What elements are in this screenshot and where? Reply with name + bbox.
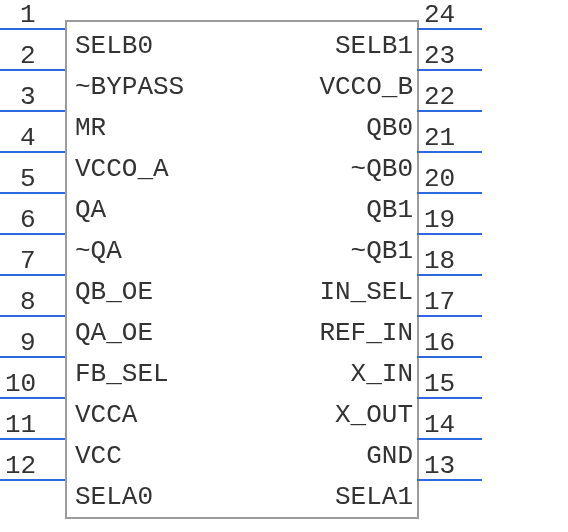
- pin-label: ~QB1: [351, 236, 413, 266]
- pin-number: 13: [424, 451, 455, 481]
- pin-number: 7: [20, 246, 36, 276]
- pin-label: QB1: [366, 195, 413, 225]
- pin-number: 6: [20, 205, 36, 235]
- pin-number: 24: [424, 0, 455, 30]
- pin-number: 8: [20, 287, 36, 317]
- pin-number: 15: [424, 369, 455, 399]
- pin-label: QB_OE: [75, 277, 153, 307]
- pin-label: QA: [75, 195, 106, 225]
- pin-label: GND: [366, 441, 413, 471]
- pin-label: IN_SEL: [319, 277, 413, 307]
- pin-number: 16: [424, 328, 455, 358]
- pin-label: QB0: [366, 113, 413, 143]
- pin-label: VCC: [75, 441, 122, 471]
- pin-label: MR: [75, 113, 106, 143]
- pin-label: X_OUT: [335, 400, 413, 430]
- pin-label: SELA1: [335, 482, 413, 512]
- pin-label: SELA0: [75, 482, 153, 512]
- pin-label: ~QB0: [351, 154, 413, 184]
- pin-number: 2: [20, 41, 36, 71]
- pin-number: 22: [424, 82, 455, 112]
- pin-label: SELB1: [335, 31, 413, 61]
- pin-label: REF_IN: [319, 318, 413, 348]
- pin-number: 12: [5, 451, 36, 481]
- pin-number: 14: [424, 410, 455, 440]
- pin-number: 19: [424, 205, 455, 235]
- pin-number: 1: [20, 0, 36, 30]
- pin-label: VCCO_A: [75, 154, 169, 184]
- pin-label: X_IN: [351, 359, 413, 389]
- pin-number: 21: [424, 123, 455, 153]
- pin-label: FB_SEL: [75, 359, 169, 389]
- pin-number: 3: [20, 82, 36, 112]
- pin-number: 5: [20, 164, 36, 194]
- pin-number: 10: [5, 369, 36, 399]
- pin-label: QA_OE: [75, 318, 153, 348]
- pin-number: 17: [424, 287, 455, 317]
- pin-number: 9: [20, 328, 36, 358]
- pin-label: ~BYPASS: [75, 72, 184, 102]
- pin-number: 4: [20, 123, 36, 153]
- pin-label: ~QA: [75, 236, 122, 266]
- pin-number: 23: [424, 41, 455, 71]
- pin-number: 20: [424, 164, 455, 194]
- pin-label: SELB0: [75, 31, 153, 61]
- pin-label: VCCA: [75, 400, 137, 430]
- ic-pinout-diagram: 1SELB02~BYPASS3MR4VCCO_A5QA6~QA7QB_OE8QA…: [0, 0, 568, 532]
- pin-number: 18: [424, 246, 455, 276]
- pin-label: VCCO_B: [319, 72, 413, 102]
- pin-number: 11: [5, 410, 36, 440]
